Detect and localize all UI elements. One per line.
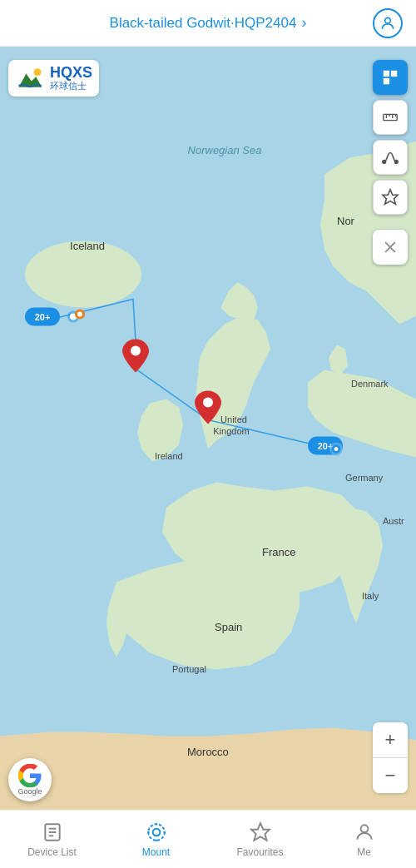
logo-icon — [15, 63, 45, 93]
svg-rect-9 — [384, 78, 389, 84]
map-container[interactable]: Norwegian Sea Iceland Nor Denmark United… — [0, 47, 416, 810]
page-title[interactable]: Black-tailed Godwit·HQP2404 › — [110, 14, 307, 32]
svg-rect-7 — [384, 71, 389, 77]
svg-rect-8 — [391, 71, 397, 77]
device-list-icon — [42, 821, 63, 843]
logo-subtitle: 环球信士 — [50, 80, 92, 92]
svg-marker-30 — [251, 823, 270, 841]
logo-text-container: HQXS 环球信士 — [50, 65, 92, 92]
label-morocco: Morocco — [187, 746, 229, 758]
badge-2-inner2 — [334, 447, 339, 451]
label-iceland: Iceland — [70, 240, 105, 252]
svg-point-4 — [203, 398, 213, 408]
svg-point-0 — [385, 17, 391, 23]
avatar-button[interactable] — [373, 8, 403, 38]
top-bar: Black-tailed Godwit·HQP2404 › — [0, 0, 416, 47]
zoom-out-button[interactable]: − — [373, 758, 408, 793]
close-button[interactable] — [373, 230, 408, 265]
label-france: France — [262, 546, 295, 558]
favourites-icon — [250, 821, 271, 843]
nav-item-device-list[interactable]: Device List — [0, 821, 104, 858]
svg-marker-17 — [383, 190, 398, 204]
nav-item-me[interactable]: Me — [312, 821, 416, 858]
label-spain: Spain — [215, 621, 242, 633]
nav-item-favourites[interactable]: Favourites — [208, 821, 312, 858]
svg-point-24 — [152, 828, 160, 836]
label-italy: Italy — [362, 591, 379, 601]
label-united: United — [220, 414, 247, 424]
hqxs-logo: HQXS 环球信士 — [8, 60, 99, 97]
zoom-in-button[interactable]: + — [373, 722, 408, 757]
zoom-controls: + − — [373, 722, 408, 793]
google-text: Google — [17, 787, 42, 796]
google-logo: Google — [8, 758, 52, 801]
layers-button[interactable] — [373, 60, 408, 95]
label-austr: Austr — [383, 516, 404, 526]
title-text: Black-tailed Godwit·HQP2404 — [110, 15, 297, 32]
svg-point-16 — [395, 161, 399, 164]
label-nor: Nor — [337, 215, 355, 227]
svg-point-6 — [34, 68, 42, 76]
chevron-right-icon: › — [301, 14, 306, 32]
nav-label-device-list: Device List — [27, 846, 77, 858]
logo-name: HQXS — [50, 65, 92, 80]
nav-label-favourites: Favourites — [236, 846, 283, 858]
star-button[interactable] — [373, 180, 408, 215]
ruler-button[interactable] — [373, 100, 408, 135]
right-toolbar — [373, 60, 408, 265]
marker-iceland-inner — [77, 312, 82, 317]
svg-point-31 — [360, 825, 368, 832]
path-button[interactable] — [373, 140, 408, 175]
label-norwegian-sea: Norwegian Sea — [188, 144, 262, 156]
svg-point-15 — [383, 161, 386, 164]
svg-point-3 — [131, 346, 141, 356]
nav-label-me: Me — [357, 846, 371, 858]
mount-icon — [146, 821, 167, 843]
bottom-nav: Device List Mount Favourites Me — [0, 810, 416, 868]
label-denmark: Denmark — [351, 379, 389, 389]
label-germany: Germany — [345, 473, 384, 483]
google-g-icon — [18, 764, 42, 787]
label-ireland: Ireland — [155, 451, 183, 461]
me-icon — [354, 821, 375, 843]
label-portugal: Portugal — [172, 664, 206, 674]
badge-1-label: 20+ — [35, 312, 51, 322]
nav-label-mount: Mount — [142, 846, 170, 858]
nav-item-mount[interactable]: Mount — [104, 821, 208, 858]
svg-point-25 — [148, 824, 165, 841]
label-kingdom: Kingdom — [213, 426, 249, 436]
svg-rect-5 — [15, 63, 45, 93]
